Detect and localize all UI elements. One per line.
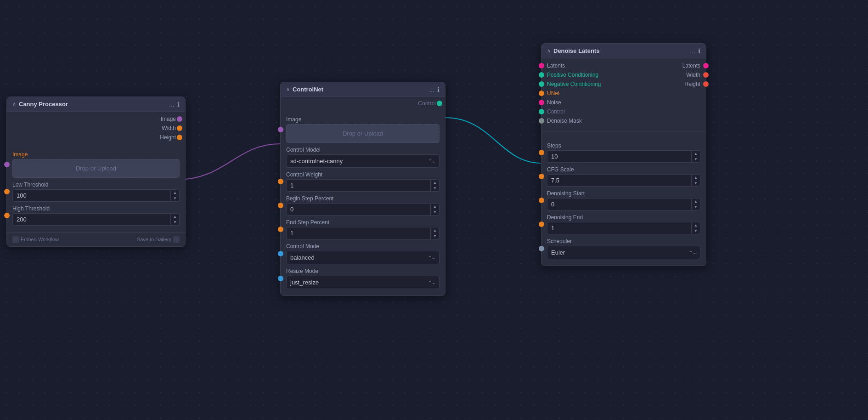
controlnet-begin-step-port[interactable]: [278, 203, 283, 208]
canny-embed-workflow-item: Embed Workflow: [12, 236, 59, 243]
controlnet-begin-step-up[interactable]: ▲: [431, 204, 439, 210]
denoise-cfg-port[interactable]: [539, 174, 544, 179]
canny-embed-toggle[interactable]: [12, 236, 19, 243]
denoise-height-out-dot[interactable]: [703, 81, 709, 87]
denoise-width-out-dot[interactable]: [703, 72, 709, 78]
controlnet-weight-down[interactable]: ▼: [431, 186, 439, 191]
denoise-dots-icon[interactable]: ...: [690, 48, 695, 54]
denoise-noise-dot[interactable]: [539, 100, 544, 105]
controlnet-end-step-input[interactable]: 1: [287, 227, 430, 239]
denoise-start-up[interactable]: ▲: [692, 199, 700, 204]
controlnet-model-select[interactable]: sd-controlnet-canny: [287, 155, 424, 167]
canny-high-threshold-section: High Threshold 200 ▲ ▼: [12, 205, 180, 226]
canny-low-threshold-input[interactable]: 100: [13, 190, 170, 201]
denoise-start-port[interactable]: [539, 198, 544, 203]
controlnet-resize-label: Resize Mode: [286, 268, 440, 274]
controlnet-upload-area[interactable]: Drop or Upload: [286, 124, 440, 143]
canny-high-threshold-port[interactable]: [4, 213, 10, 218]
denoise-scheduler-select[interactable]: Euler: [547, 246, 685, 259]
denoise-steps-up[interactable]: ▲: [692, 151, 700, 157]
denoise-cfg-input[interactable]: 7.5: [547, 175, 691, 186]
canny-high-threshold-down[interactable]: ▼: [171, 220, 179, 225]
controlnet-info-icon[interactable]: ℹ: [437, 86, 440, 93]
denoise-mask-row: Denoise Mask: [547, 116, 623, 125]
denoise-latents-out-dot[interactable]: [703, 63, 709, 68]
denoise-control-dot[interactable]: [539, 109, 544, 114]
denoise-end-input[interactable]: 1: [547, 222, 691, 234]
controlnet-weight-label: Control Weight: [286, 171, 440, 178]
denoise-steps-input[interactable]: 10: [547, 151, 691, 162]
canny-high-threshold-input[interactable]: 200: [13, 214, 170, 225]
canny-image-port-row: Image: [12, 114, 180, 124]
denoise-unet-label: UNet: [547, 90, 559, 96]
denoise-end-section: Denoising End 1 ▲ ▼: [547, 214, 700, 234]
canny-node-header: ∧ Canny Processor ... ℹ: [7, 97, 185, 112]
canny-high-threshold-up[interactable]: ▲: [171, 214, 179, 220]
denoise-scheduler-port[interactable]: [539, 246, 544, 251]
controlnet-weight-section: Control Weight 1 ▲ ▼: [286, 171, 440, 192]
denoise-pos-cond-dot[interactable]: [539, 72, 544, 78]
canny-image-port-dot[interactable]: [177, 116, 182, 122]
controlnet-image-input-port[interactable]: [278, 127, 283, 132]
denoise-start-down[interactable]: ▼: [692, 204, 700, 210]
canny-low-threshold-down[interactable]: ▼: [171, 196, 179, 201]
controlnet-control-out-dot[interactable]: [437, 101, 442, 106]
controlnet-mode-port[interactable]: [278, 251, 283, 256]
denoise-end-up[interactable]: ▲: [692, 223, 700, 228]
denoise-latents-in-dot[interactable]: [539, 63, 544, 68]
controlnet-mode-select[interactable]: balanced: [287, 251, 424, 264]
canny-dots-icon[interactable]: ...: [169, 101, 175, 108]
canny-high-threshold-input-row: 200 ▲ ▼: [12, 213, 180, 226]
denoise-neg-cond-dot[interactable]: [539, 81, 544, 87]
controlnet-end-step-down[interactable]: ▼: [431, 233, 439, 239]
denoise-steps-spinner: ▲ ▼: [691, 151, 700, 162]
controlnet-end-step-port[interactable]: [278, 227, 283, 232]
canny-height-port-dot[interactable]: [177, 135, 182, 140]
controlnet-weight-input-row: 1 ▲ ▼: [286, 179, 440, 192]
denoise-node-header-left: ∧ Denoise Latents: [547, 47, 599, 54]
controlnet-end-step-up[interactable]: ▲: [431, 228, 439, 233]
controlnet-mode-label: Control Mode: [286, 243, 440, 250]
canny-node-title: Canny Processor: [19, 101, 68, 108]
denoise-unet-dot[interactable]: [539, 91, 544, 96]
controlnet-weight-port[interactable]: [278, 179, 283, 184]
denoise-right-ports: Latents Width Height: [624, 61, 700, 125]
denoise-collapse-icon[interactable]: ∧: [547, 48, 551, 54]
denoise-start-input[interactable]: 0: [547, 199, 691, 210]
controlnet-begin-step-input-row: 0 ▲ ▼: [286, 203, 440, 216]
denoise-mask-dot[interactable]: [539, 118, 544, 124]
canny-low-threshold-port[interactable]: [4, 189, 10, 194]
canny-save-toggle[interactable]: [173, 236, 180, 243]
denoise-steps-down[interactable]: ▼: [692, 157, 700, 162]
denoise-cfg-up[interactable]: ▲: [692, 175, 700, 181]
controlnet-weight-up[interactable]: ▲: [431, 180, 439, 186]
denoise-scheduler-select-row: Euler ⌃⌄: [547, 246, 700, 259]
canny-image-input-port[interactable]: [4, 162, 10, 167]
controlnet-resize-select[interactable]: just_resize: [287, 276, 424, 289]
controlnet-mode-select-row: balanced ⌃⌄: [286, 251, 440, 264]
controlnet-collapse-icon[interactable]: ∧: [286, 86, 290, 92]
canny-low-threshold-up[interactable]: ▲: [171, 190, 179, 196]
controlnet-node: ∧ ControlNet ... ℹ Control Image Drop or…: [280, 82, 445, 296]
denoise-cfg-down[interactable]: ▼: [692, 181, 700, 186]
controlnet-begin-step-down[interactable]: ▼: [431, 210, 439, 215]
controlnet-resize-port[interactable]: [278, 276, 283, 281]
canny-collapse-icon[interactable]: ∧: [12, 101, 16, 107]
denoise-height-out-label: Height: [684, 81, 700, 87]
controlnet-begin-step-input[interactable]: 0: [287, 204, 430, 215]
denoise-end-down[interactable]: ▼: [692, 228, 700, 234]
controlnet-weight-input[interactable]: 1: [287, 180, 430, 191]
denoise-height-out-row: Height: [624, 79, 700, 89]
canny-info-icon[interactable]: ℹ: [177, 101, 180, 108]
denoise-end-port[interactable]: [539, 221, 544, 227]
denoise-steps-port[interactable]: [539, 150, 544, 155]
denoise-left-ports: Latents Positive Conditioning Negative C…: [547, 61, 623, 125]
controlnet-mode-arrow: ⌃⌄: [424, 255, 439, 260]
denoise-info-icon[interactable]: ℹ: [698, 48, 700, 54]
denoise-noise-row: Noise: [547, 98, 623, 107]
denoise-start-input-row: 0 ▲ ▼: [547, 198, 700, 210]
canny-upload-area[interactable]: Drop or Upload: [12, 159, 180, 178]
controlnet-dots-icon[interactable]: ...: [429, 86, 434, 93]
denoise-latents-out-label: Latents: [682, 62, 700, 69]
canny-width-port-dot[interactable]: [177, 125, 182, 131]
